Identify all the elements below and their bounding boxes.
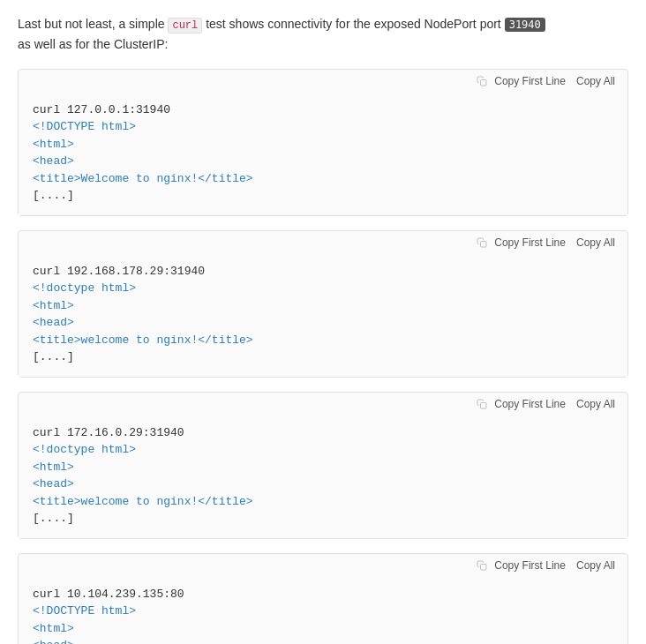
copy-icon	[477, 237, 487, 248]
code-line: <html>	[33, 461, 74, 474]
toolbar-2: Copy First LineCopy All	[19, 231, 627, 254]
copy-all-button-3[interactable]: Copy All	[573, 396, 619, 412]
intro-text-after: as well as for the ClusterIP:	[18, 37, 168, 51]
code-line: <head>	[33, 316, 74, 329]
code-line: <!doctype html>	[33, 443, 136, 456]
intro-paragraph: Last but not least, a simple curl test s…	[18, 14, 628, 55]
code-blocks-container: Copy First LineCopy Allcurl 127.0.0.1:31…	[18, 69, 628, 644]
code-line: <head>	[33, 477, 74, 490]
copy-icon	[477, 399, 487, 409]
code-line: curl 127.0.0.1:31940	[33, 103, 170, 116]
code-line: <html>	[33, 622, 74, 635]
copy-first-line-button-1[interactable]: Copy First Line	[491, 73, 569, 89]
code-pre-3: curl 172.16.0.29:31940 <!doctype html> <…	[19, 416, 627, 538]
toolbar-4: Copy First LineCopy All	[19, 554, 627, 577]
code-pre-1: curl 127.0.0.1:31940 <!DOCTYPE html> <ht…	[19, 93, 627, 215]
code-line: <title>Welcome to nginx!</title>	[33, 172, 253, 185]
code-line: [....]	[33, 350, 74, 363]
code-line: <title>welcome to nginx!</title>	[33, 495, 253, 508]
code-line: <head>	[33, 639, 74, 644]
copy-icon	[477, 560, 487, 571]
code-line: <html>	[33, 299, 74, 312]
copy-first-line-button-2[interactable]: Copy First Line	[491, 235, 569, 251]
code-line: [....]	[33, 512, 74, 525]
intro-text-before: Last but not least, a simple	[18, 17, 168, 31]
code-line: <!DOCTYPE html>	[33, 604, 136, 618]
intro-text-middle: test shows connectivity for the exposed …	[202, 17, 504, 31]
code-block-2: Copy First LineCopy Allcurl 192.168.178.…	[18, 230, 628, 378]
copy-all-button-2[interactable]: Copy All	[573, 235, 619, 251]
code-line: <!DOCTYPE html>	[33, 120, 136, 133]
code-block-3: Copy First LineCopy Allcurl 172.16.0.29:…	[18, 392, 628, 539]
code-line: curl 10.104.239.135:80	[33, 588, 184, 601]
code-line: <!doctype html>	[33, 281, 136, 295]
code-block-4: Copy First LineCopy Allcurl 10.104.239.1…	[18, 553, 628, 644]
port-badge: 31940	[505, 18, 545, 32]
toolbar-3: Copy First LineCopy All	[19, 393, 627, 416]
svg-rect-3	[481, 564, 487, 570]
copy-icon	[477, 76, 487, 86]
copy-first-line-button-3[interactable]: Copy First Line	[491, 396, 569, 412]
code-block-1: Copy First LineCopy Allcurl 127.0.0.1:31…	[18, 69, 628, 216]
svg-rect-2	[481, 402, 487, 408]
code-line: curl 172.16.0.29:31940	[33, 426, 184, 439]
svg-rect-1	[481, 241, 487, 247]
copy-all-button-4[interactable]: Copy All	[573, 558, 619, 573]
code-line: [....]	[33, 189, 74, 202]
copy-all-button-1[interactable]: Copy All	[573, 73, 619, 89]
code-pre-2: curl 192.168.178.29:31940 <!doctype html…	[19, 254, 627, 377]
copy-first-line-button-4[interactable]: Copy First Line	[491, 558, 569, 573]
svg-rect-0	[481, 79, 487, 86]
curl-code: curl	[168, 18, 202, 34]
code-line: <html>	[33, 138, 74, 151]
code-line: curl 192.168.178.29:31940	[33, 265, 205, 278]
toolbar-1: Copy First LineCopy All	[19, 70, 627, 93]
code-pre-4: curl 10.104.239.135:80 <!DOCTYPE html> <…	[19, 577, 627, 644]
code-line: <title>welcome to nginx!</title>	[33, 333, 253, 347]
code-line: <head>	[33, 154, 74, 168]
